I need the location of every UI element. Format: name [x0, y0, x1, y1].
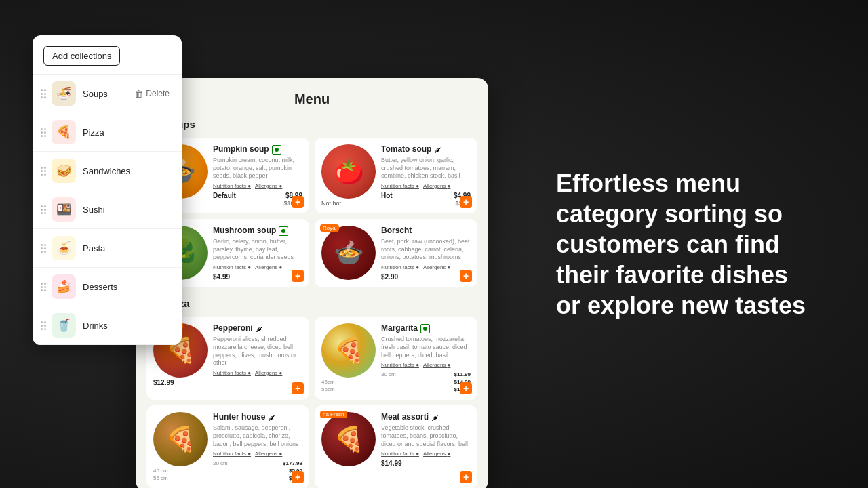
price-label: Hot [381, 192, 393, 199]
item-image: 🍕 [153, 412, 208, 466]
tag[interactable]: Nutrition facts ● [213, 264, 251, 270]
info-icon: ● [248, 451, 251, 457]
tag[interactable]: Allergens ● [423, 183, 450, 189]
new-badge: na Fresh [320, 411, 347, 418]
menu-grid-soups: 🍲 Pumpkin soupPumpkin cream, coconut mil… [146, 138, 477, 287]
collection-item-soups[interactable]: 🍜Soups🗑Delete [33, 75, 182, 113]
item-price: $2.90 [381, 273, 471, 281]
info-icon: ● [248, 183, 251, 189]
delete-label: Delete [146, 89, 170, 98]
drag-handle[interactable] [41, 128, 46, 137]
item-tags: Nutrition facts ●Allergens ● [381, 183, 471, 189]
add-to-cart-button[interactable]: + [292, 196, 304, 208]
size-row: 30 cm $11.99 [381, 371, 471, 378]
collection-img-sandwiches: 🥪 [52, 159, 76, 183]
menu-item-card: 🍕 MargaritaCrushed tomatoes, mozzarella,… [315, 317, 477, 400]
price-value: $12.99 [153, 379, 174, 386]
drag-handle[interactable] [41, 205, 46, 214]
spicy-badge: 🌶 [431, 414, 438, 422]
delete-button[interactable]: 🗑Delete [130, 87, 174, 100]
item-image: 🍲 [321, 226, 376, 280]
drag-handle[interactable] [41, 244, 46, 253]
collection-item-pizza[interactable]: 🍕Pizza [33, 113, 182, 152]
price-value: $4.99 [213, 273, 230, 281]
collection-img-desserts: 🍰 [52, 274, 76, 299]
size-price: $177.98 [283, 460, 302, 466]
size-price: $11.99 [454, 371, 471, 378]
card-name-row: Borscht [381, 226, 471, 237]
royal-badge: Royal [320, 224, 339, 232]
price2-label: Not hot [321, 200, 341, 207]
item-name: Pumpkin soup [213, 144, 269, 154]
info-icon: ● [248, 264, 251, 270]
item-image: 🍕 [321, 323, 376, 378]
price-label: Default [213, 192, 236, 199]
item-tags: Nutrition facts ●Allergens ● [213, 183, 302, 189]
info-icon: ● [279, 264, 283, 270]
tag[interactable]: Allergens ● [255, 183, 282, 189]
tag[interactable]: Nutrition facts ● [381, 264, 419, 270]
tag[interactable]: Nutrition facts ● [213, 370, 251, 376]
tag[interactable]: Allergens ● [423, 451, 450, 457]
info-icon: ● [416, 183, 419, 189]
size-label: 55cm [321, 386, 335, 392]
item-name: Margarita [381, 323, 418, 333]
collection-item-sandwiches[interactable]: 🥪Sandwiches [33, 152, 182, 190]
collection-item-sushi[interactable]: 🍱Sushi [33, 190, 182, 229]
tag[interactable]: Nutrition facts ● [381, 183, 419, 189]
info-icon: ● [279, 370, 283, 376]
drag-handle[interactable] [41, 321, 46, 330]
menu-item-card: Royal 🍲 BorschtBeet, pork, raw (uncooked… [315, 219, 477, 287]
trash-icon: 🗑 [134, 89, 143, 99]
card-name-row: Tomato soup🌶 [381, 144, 471, 155]
item-name: Tomato soup [381, 144, 431, 154]
drag-handle[interactable] [41, 167, 46, 176]
price-value: $14.99 [381, 460, 402, 467]
info-icon: ● [416, 451, 419, 457]
info-icon: ● [448, 451, 451, 457]
item-tags: Nutrition facts ●Allergens ● [381, 264, 471, 270]
collection-name: Sushi [83, 205, 174, 215]
item-image: 🍅 [321, 144, 376, 199]
item-price: $4.99 [213, 273, 302, 281]
drag-handle[interactable] [41, 89, 46, 98]
tag[interactable]: Nutrition facts ● [381, 362, 419, 368]
item-price: Hot$4.99 [381, 192, 471, 199]
info-icon: ● [448, 362, 451, 368]
price-value: $2.90 [381, 273, 398, 281]
tag[interactable]: Nutrition facts ● [381, 451, 419, 457]
size-label: 55 cm [153, 475, 168, 481]
size-label: 30 cm [381, 371, 396, 378]
add-to-cart-button[interactable]: + [292, 382, 304, 394]
card-name-row: Hunter house🌶 [213, 412, 302, 423]
tag[interactable]: Allergens ● [255, 451, 282, 457]
collection-name: Soups [83, 89, 130, 99]
add-to-cart-button[interactable]: + [292, 270, 304, 282]
menu-grid-pizza: From Chef♥ 41 🍕 Pepperoni🌶Pepperoni slic… [146, 317, 477, 488]
add-to-cart-button[interactable]: + [460, 382, 472, 394]
item-tags: Nutrition facts ●Allergens ● [213, 370, 302, 376]
tag[interactable]: Allergens ● [255, 264, 282, 270]
hero-section: Effortless menu category sorting so cust… [556, 168, 814, 321]
collection-item-drinks[interactable]: 🥤Drinks [33, 306, 182, 345]
add-to-cart-button[interactable]: + [460, 471, 472, 483]
tag[interactable]: Nutrition facts ● [213, 183, 251, 189]
tag[interactable]: Allergens ● [423, 264, 450, 270]
add-to-cart-button[interactable]: + [292, 471, 304, 483]
drag-handle[interactable] [41, 283, 46, 291]
menu-item-card: na Fresh 🍕 Meat assorti🌶Vegetable stock,… [315, 405, 477, 488]
add-to-cart-button[interactable]: + [460, 196, 472, 208]
menu-item-card: 🍅 Tomato soup🌶Butter, yellow onion, garl… [315, 138, 477, 214]
add-collections-button[interactable]: Add collections [43, 46, 120, 66]
veg-badge [420, 324, 430, 333]
item-tags: Nutrition facts ●Allergens ● [213, 264, 302, 270]
menu-title: Menu [146, 92, 477, 107]
collection-name: Pasta [83, 243, 174, 253]
tag[interactable]: Allergens ● [423, 362, 450, 368]
collection-item-pasta[interactable]: 🍝Pasta [33, 229, 182, 268]
add-to-cart-button[interactable]: + [460, 270, 472, 282]
tag[interactable]: Nutrition facts ● [213, 451, 251, 457]
tag[interactable]: Allergens ● [255, 370, 282, 376]
collection-item-desserts[interactable]: 🍰Desserts [33, 268, 182, 306]
item-tags: Nutrition facts ●Allergens ● [381, 362, 471, 368]
